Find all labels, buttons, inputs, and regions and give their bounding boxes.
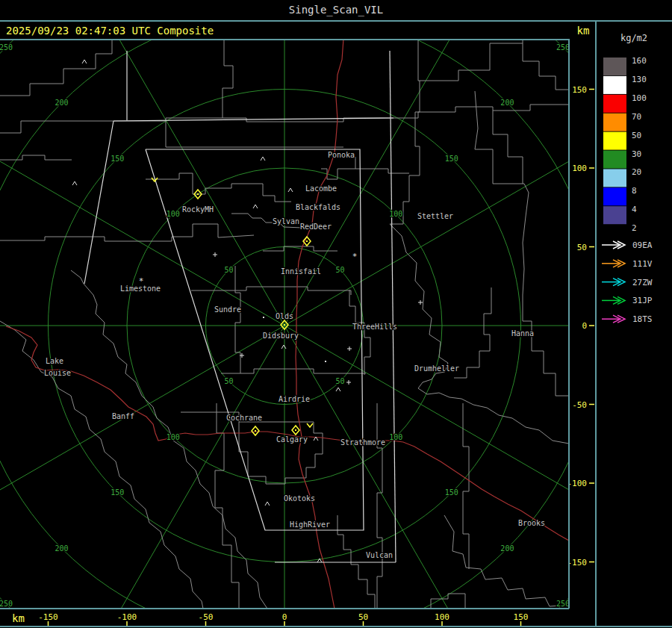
radial-line (284, 116, 647, 326)
town-marker (346, 380, 351, 385)
county-boundary (493, 111, 523, 184)
legend-swatch (603, 206, 626, 224)
county-boundary (475, 91, 532, 351)
coverage-boundary (113, 118, 393, 121)
city-label: Strathmore (340, 438, 385, 447)
ring-label: 50 (336, 377, 345, 385)
coverage-boundary (390, 51, 396, 562)
legend-value: 4 (632, 205, 637, 214)
radar-id: 31JP (632, 296, 653, 305)
city-label: ThreeHills (352, 323, 397, 331)
city-label: Cochrane (226, 414, 262, 422)
ring-label: 250 (0, 600, 13, 608)
diamond-marker-dot (255, 430, 256, 432)
city-label: RockyMH (182, 205, 214, 214)
county-boundary (418, 39, 523, 81)
radar-list-item[interactable]: 31JP (602, 296, 653, 305)
bottom-axis-label: 0 (282, 612, 287, 622)
right-axis-label: 50 (577, 243, 587, 252)
ring-label: 50 (224, 266, 233, 274)
county-boundary (0, 155, 72, 160)
city-label: Lacombe (305, 184, 337, 193)
county-boundary (146, 173, 263, 194)
city-label: Banff (112, 412, 134, 420)
legend-layer: 16013010070503020842 (603, 56, 647, 233)
ring-label: 250 (0, 43, 13, 52)
county-boundary (321, 157, 355, 179)
town-marker (347, 346, 352, 351)
city-label: Louise (44, 369, 71, 377)
city-label: Olds (276, 312, 293, 320)
city-label: Lake (46, 357, 63, 365)
diamond-marker-dot (306, 240, 308, 242)
town-marker (261, 157, 265, 161)
bottom-axis-label: 50 (358, 612, 368, 622)
ring-label: 150 (111, 488, 124, 497)
ring-label: 200 (55, 544, 69, 553)
county-boundary (0, 321, 203, 609)
county-boundary (431, 594, 465, 609)
city-label: Okotoks (284, 494, 315, 503)
ring-label: 100 (167, 210, 180, 218)
radial-line (75, 0, 284, 326)
ring-label: 200 (500, 544, 514, 553)
legend-value: 50 (632, 131, 641, 140)
county-boundary (0, 224, 254, 241)
map-frame-bottom (0, 608, 569, 609)
radial-line (284, 0, 494, 326)
city-label: Drumheller (414, 364, 459, 373)
right-axis-label: 150 (572, 85, 587, 95)
bottom-axis-label: -150 (38, 612, 58, 622)
city-label: Brooks (518, 519, 545, 527)
map-canvas[interactable]: 5050505010010010010015015015015020020020… (0, 0, 672, 628)
legend-value: 8 (632, 186, 637, 196)
county-boundary (463, 403, 469, 569)
ring-label: 100 (389, 433, 402, 441)
legend-swatch (603, 76, 626, 94)
ring-label: 100 (389, 210, 402, 218)
town-marker (253, 205, 258, 208)
ring-label: 100 (167, 433, 180, 441)
county-boundary (0, 39, 112, 96)
radar-list-item[interactable]: 09EA (602, 240, 653, 250)
legend-swatch (603, 114, 626, 131)
town-marker: * (139, 276, 144, 286)
radar-list-layer: 09EA111V27ZW31JP18TS (602, 240, 653, 324)
ring-label: 50 (336, 266, 345, 274)
town-marker: * (352, 252, 358, 261)
bottom-axis-label: 100 (435, 612, 449, 622)
town-marker (263, 317, 264, 318)
right-axis-label: 100 (572, 164, 587, 173)
town-marker (336, 388, 340, 391)
radar-list-item[interactable]: 18TS (602, 314, 653, 324)
radar-id: 111V (632, 259, 653, 269)
legend-value: 100 (632, 93, 647, 103)
map-frame-right (568, 39, 570, 609)
legend-value: 70 (632, 112, 641, 122)
radar-list-item[interactable]: 27ZW (602, 278, 653, 287)
county-boundary (223, 39, 233, 118)
county-boundary (235, 266, 240, 373)
town-marker (72, 181, 77, 185)
arrow-marker (307, 423, 313, 427)
city-label: Sundre (214, 305, 241, 314)
diamond-marker-dot (197, 193, 199, 195)
right-axis-label: -50 (572, 400, 587, 410)
right-axis-label: -100 (567, 479, 588, 488)
diamond-marker-dot (284, 324, 285, 326)
city-label: Airdrie (279, 395, 310, 403)
radar-id: 27ZW (632, 278, 653, 287)
right-axis-label: 0 (582, 321, 587, 331)
ring-label: 200 (55, 99, 69, 107)
city-label: HighRiver (290, 520, 330, 529)
county-boundary (355, 169, 409, 173)
city-label: Calgary (276, 435, 308, 444)
city-label: Ponoka (328, 151, 355, 159)
radar-list-item[interactable]: 111V (602, 259, 653, 269)
legend-swatch (603, 57, 626, 75)
town-marker (418, 300, 423, 305)
radar-id: 18TS (632, 314, 653, 324)
radial-line (284, 326, 647, 535)
city-label: Hanna (511, 329, 534, 338)
county-boundary (166, 121, 343, 147)
